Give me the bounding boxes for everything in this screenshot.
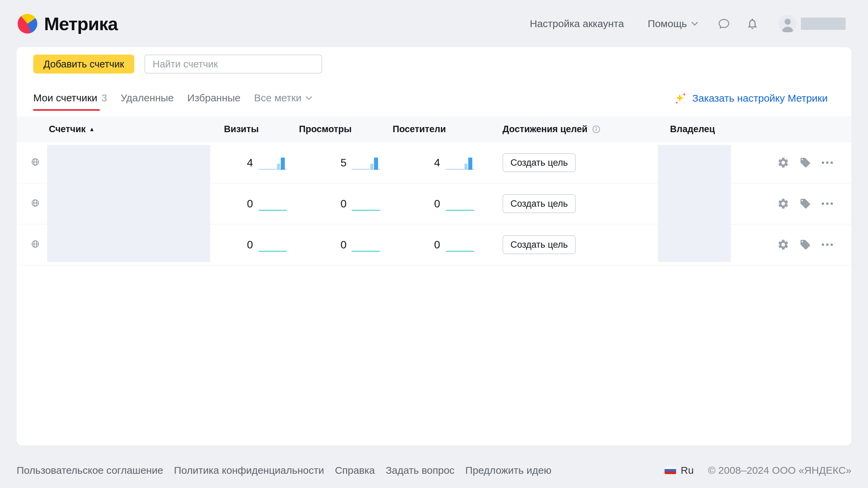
visits-sparkline [258, 196, 287, 212]
visitors-value: 4 [394, 157, 440, 169]
visits-sparkline [258, 237, 287, 253]
all-labels-label: Все метки [254, 92, 301, 104]
table-header: Счетчик ▲ Визиты Просмотры Посетители До… [17, 116, 851, 142]
settings-gear-icon[interactable] [777, 239, 789, 251]
globe-icon [31, 240, 40, 250]
row-actions [777, 198, 833, 210]
tab-deleted[interactable]: Удаленные [121, 92, 174, 104]
create-goal-button[interactable]: Создать цель [502, 194, 576, 213]
row-actions [777, 157, 833, 169]
active-tab-underline [33, 109, 100, 111]
column-counter[interactable]: Счетчик ▲ [49, 116, 95, 142]
visits-value: 0 [206, 198, 253, 210]
help-menu[interactable]: Помощь [648, 18, 698, 29]
topbar: Метрика Настройка аккаунта Помощь [0, 0, 868, 47]
metrika-logo-icon [18, 14, 37, 34]
views-value: 0 [300, 239, 347, 251]
label-tag-icon[interactable] [799, 157, 811, 169]
footer-link-privacy[interactable]: Политика конфиденциальности [174, 465, 324, 476]
views-value: 5 [300, 157, 347, 169]
column-counter-label: Счетчик [49, 124, 86, 135]
column-owner: Владелец [670, 116, 715, 142]
visitors-sparkline [446, 196, 474, 212]
column-visitors[interactable]: Посетители [394, 116, 446, 142]
order-link-label: Заказать настройку Метрики [692, 93, 828, 104]
account-settings-link[interactable]: Настройка аккаунта [530, 18, 624, 29]
create-goal-button[interactable]: Создать цель [502, 153, 576, 172]
table-body: 4 5 4 Создать цель [17, 142, 851, 265]
visitors-sparkline [446, 237, 474, 253]
column-goals: Достижения целей [502, 116, 601, 142]
counter-name-redacted[interactable] [47, 145, 210, 262]
sparkle-icon [673, 91, 688, 105]
column-views[interactable]: Просмотры [300, 116, 352, 142]
views-value: 0 [300, 198, 347, 210]
footer: Пользовательское соглашение Политика кон… [17, 446, 851, 488]
visitors-value: 0 [394, 198, 440, 210]
label-tag-icon[interactable] [799, 239, 811, 251]
russian-flag-icon [665, 466, 676, 474]
footer-link-ask-question[interactable]: Задать вопрос [386, 465, 454, 476]
tabs: Мои счетчики 3 Удаленные Избранные Все м… [33, 87, 312, 109]
settings-gear-icon[interactable] [777, 157, 789, 169]
counters-card: Добавить счетчик Мои счетчики 3 Удаленны… [17, 47, 851, 446]
goal-info-icon[interactable] [592, 125, 601, 134]
tab-favorites[interactable]: Избранные [187, 92, 240, 104]
order-metrika-setup-link[interactable]: Заказать настройку Метрики [673, 91, 828, 105]
tab-my-counters[interactable]: Мои счетчики 3 [33, 92, 107, 104]
footer-links: Пользовательское соглашение Политика кон… [17, 465, 551, 476]
more-actions-icon[interactable] [821, 198, 833, 210]
visits-value: 0 [206, 239, 253, 251]
globe-icon [31, 199, 40, 209]
my-counters-count-badge: 3 [101, 92, 107, 104]
owner-redacted [658, 145, 731, 262]
search-counter-input[interactable] [144, 55, 322, 74]
brand-name: Метрика [44, 13, 118, 34]
visits-value: 4 [206, 157, 253, 169]
visits-sparkline [258, 155, 287, 171]
toolbar: Добавить счетчик [33, 55, 322, 74]
footer-right: Ru © 2008–2024 ООО «ЯНДЕКС» [665, 465, 851, 476]
sort-asc-icon: ▲ [89, 126, 95, 133]
column-visits[interactable]: Визиты [204, 116, 259, 142]
tab-my-counters-label: Мои счетчики [33, 92, 97, 104]
views-sparkline [352, 237, 380, 253]
settings-gear-icon[interactable] [777, 198, 789, 210]
visitors-sparkline [446, 155, 474, 171]
visitors-value: 0 [394, 239, 440, 251]
footer-link-suggest-idea[interactable]: Предложить идею [465, 465, 551, 476]
copyright: © 2008–2024 ООО «ЯНДЕКС» [708, 465, 851, 476]
help-label: Помощь [648, 18, 687, 29]
language-label: Ru [681, 465, 694, 476]
views-sparkline [352, 155, 380, 171]
avatar[interactable] [778, 15, 797, 33]
globe-icon [31, 158, 40, 168]
chat-icon[interactable] [717, 17, 730, 30]
create-goal-button[interactable]: Создать цель [502, 235, 576, 254]
views-sparkline [352, 196, 380, 212]
topbar-right: Настройка аккаунта Помощь [530, 15, 846, 33]
label-tag-icon[interactable] [799, 198, 811, 210]
brand[interactable]: Метрика [18, 13, 118, 34]
all-labels-dropdown[interactable]: Все метки [254, 92, 312, 104]
user-name-redacted [801, 18, 846, 30]
chevron-down-icon [305, 96, 312, 100]
more-actions-icon[interactable] [821, 157, 833, 169]
column-goals-label: Достижения целей [502, 124, 588, 135]
chevron-down-icon [691, 21, 698, 26]
metrika-counters-page: Метрика Настройка аккаунта Помощь [0, 0, 868, 488]
footer-link-terms[interactable]: Пользовательское соглашение [17, 465, 163, 476]
more-actions-icon[interactable] [821, 239, 833, 251]
add-counter-button[interactable]: Добавить счетчик [33, 55, 134, 74]
language-switcher[interactable]: Ru [665, 465, 694, 476]
notifications-bell-icon[interactable] [746, 17, 759, 30]
footer-link-help[interactable]: Справка [335, 465, 375, 476]
row-actions [777, 239, 833, 251]
